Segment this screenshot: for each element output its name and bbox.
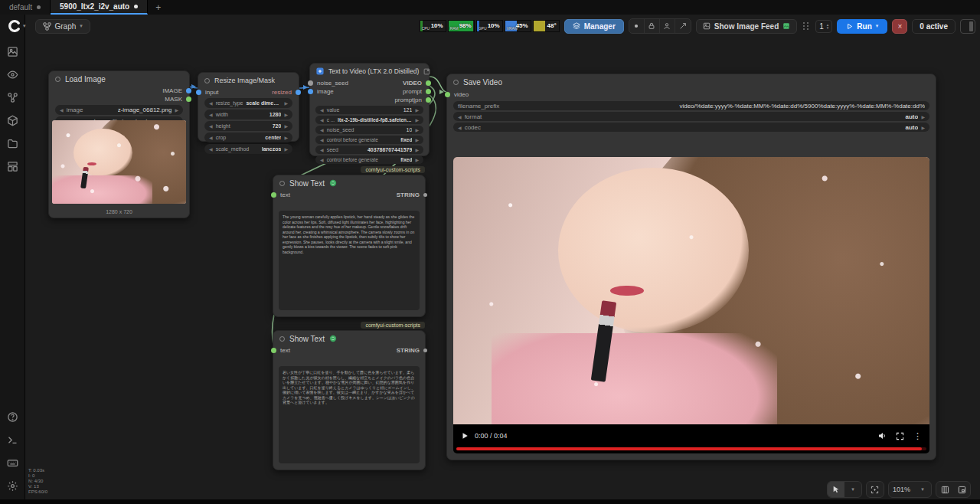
input-slot-video[interactable]: video [454,91,469,98]
output-slot-promptjpn[interactable]: promptjpn [394,97,422,103]
combo-left-icon[interactable]: ◀ [60,107,64,113]
combo-right-icon[interactable]: ▶ [921,125,925,130]
combo-right-icon[interactable]: ▶ [415,157,419,162]
text-output-area[interactable]: The young woman carefully applies lipsti… [279,211,420,310]
user-button[interactable] [660,19,675,33]
combo-left-icon[interactable]: ◀ [320,117,324,123]
image-combo-widget[interactable]: ◀ image z-image_06812.png ▶ [55,105,183,115]
height-widget[interactable]: ◀ height 720 ▶ [204,121,292,131]
width-widget[interactable]: ◀ width 1280 ▶ [204,110,292,119]
combo-right-icon[interactable]: ▶ [175,107,178,113]
video-seek-bar[interactable] [456,447,926,450]
output-slot-video[interactable]: VIDEO [403,80,422,87]
slot-dot[interactable] [426,89,431,94]
output-slot-string[interactable]: STRING [397,191,418,198]
slot-dot[interactable] [426,97,431,103]
image-preview[interactable] [52,120,186,204]
fullscreen-button[interactable] [896,432,904,440]
zoom-level-dropdown[interactable]: ▾ [914,482,931,497]
slot-dot[interactable] [271,348,276,353]
output-slot-resized[interactable]: resized [272,89,292,96]
run-button[interactable]: Run ▾ [837,19,887,34]
toggle-minimap-button[interactable] [953,482,970,497]
combo-right-icon[interactable]: ▶ [284,123,288,129]
slot-dot[interactable] [308,80,313,86]
video-player[interactable]: 0:00 / 0:04 ⋮ [453,157,929,453]
combo-left-icon[interactable]: ◀ [458,114,462,119]
combo-left-icon[interactable]: ◀ [320,137,324,142]
combo-right-icon[interactable]: ▶ [415,107,419,113]
combo-right-icon[interactable]: ▶ [415,147,419,152]
input-slot-image[interactable]: image [317,88,334,95]
volume-button[interactable] [877,431,887,440]
share-button[interactable] [675,19,691,33]
graph-breadcrumb-button[interactable]: Graph ▾ [35,19,90,34]
combo-right-icon[interactable]: ▶ [284,135,288,140]
combo-right-icon[interactable]: ▶ [284,100,288,106]
combo-left-icon[interactable]: ◀ [320,127,324,133]
codec-widget[interactable]: ◀ codec auto ▶ [453,123,929,132]
crop-widget[interactable]: ◀ crop center ▶ [204,133,292,142]
text-output-area[interactable]: 若い女性が丁寧に口紅を塗り、手を動かして唇に色を滑らせています。柔らかく拡散した… [279,366,420,463]
combo-right-icon[interactable]: ▶ [415,137,419,142]
chevron-down-icon[interactable]: ▾ [827,26,829,29]
collapse-dot[interactable] [55,77,60,82]
kebab-menu-button[interactable]: ⋮ [913,431,922,441]
combo-right-icon[interactable]: ▶ [415,127,419,133]
toggle-right-panel-button[interactable] [960,19,975,34]
combo-left-icon[interactable]: ◀ [320,107,324,113]
show-image-feed-button[interactable]: Show Image Feed [696,19,797,34]
resize-type-widget[interactable]: ◀ resize_type scale dimensions ▶ [204,98,292,108]
new-tab-button[interactable]: + [148,0,168,15]
filename-prefix-widget[interactable]: filename_prefix video/%date:yyyy%-%date:… [453,101,929,110]
slot-dot[interactable] [296,90,301,95]
scale-method-widget[interactable]: ◀ scale_method lanczos ▶ [204,144,292,154]
collapse-dot[interactable] [279,181,285,186]
collapse-dot[interactable] [453,80,459,85]
pointer-tool-button[interactable] [828,482,844,497]
chevron-down-icon[interactable]: ▾ [876,23,879,29]
node-save-video[interactable]: Save Video video filename_prefix video/%… [446,74,936,460]
combo-right-icon[interactable]: ▶ [921,114,925,119]
combo-left-icon[interactable]: ◀ [209,146,213,152]
combo-left-icon[interactable]: ◀ [320,147,324,152]
format-widget[interactable]: ◀ format auto ▶ [453,112,929,121]
zoom-level-button[interactable]: 101% [889,482,914,497]
sidebar-item-assets[interactable] [3,42,21,61]
slot-dot[interactable] [423,193,427,197]
sidebar-item-node-preview[interactable] [3,65,21,83]
batch-count-input[interactable]: 1 ▴ ▾ [815,20,832,33]
node-header[interactable]: Save Video [447,74,936,90]
slot-dot[interactable] [196,90,201,95]
node-show-text-japanese[interactable]: comfyui-custom-scripts Show Text text ST… [273,330,426,470]
slot-dot[interactable] [271,192,276,198]
value-widget[interactable]: ◀ value 121 ▶ [315,106,423,114]
collapse-dot[interactable] [279,336,285,342]
input-slot-noise-seed[interactable]: noise_seed [317,80,348,87]
output-slot-mask[interactable]: MASK [165,96,182,103]
noise-seed-widget[interactable]: ◀ noise_seed 10 ▶ [315,126,423,134]
combo-left-icon[interactable]: ◀ [209,100,213,106]
slot-dot[interactable] [445,92,450,97]
help-button[interactable] [3,407,21,426]
batch-count-spinner[interactable]: ▴ ▾ [827,23,829,29]
slot-dot[interactable] [308,89,313,94]
combo-right-icon[interactable]: ▶ [415,117,419,123]
node-header[interactable]: Resize Image/Mask [198,73,299,88]
control-before-generate-widget-2[interactable]: ◀ control before generate fixed ▶ [315,155,423,164]
output-slot-string[interactable]: STRING [397,347,418,354]
node-resize-image-mask[interactable]: Resize Image/Mask input resized ◀ resize… [198,72,299,142]
node-header[interactable]: Text to Video (LTX 2.0 Distilled) [310,64,429,79]
node-show-text-english[interactable]: comfyui-custom-scripts Show Text text ST… [273,175,426,317]
play-button[interactable] [461,432,469,440]
node-header[interactable]: Show Text [273,175,425,191]
slot-dot[interactable] [186,97,191,102]
shortcuts-button[interactable] [3,453,21,472]
combo-left-icon[interactable]: ◀ [320,157,324,162]
star-button[interactable] [629,19,645,33]
expand-icon[interactable] [423,68,430,75]
toggle-panel-button[interactable] [936,482,953,497]
slot-dot[interactable] [426,80,431,86]
node-text-to-video[interactable]: Text to Video (LTX 2.0 Distilled) noise_… [309,63,430,156]
slot-dot[interactable] [423,349,427,352]
